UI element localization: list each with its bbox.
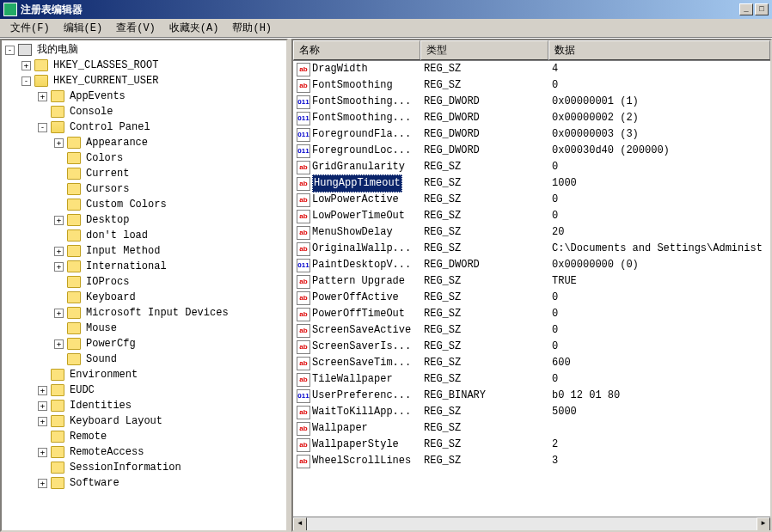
tree-node[interactable]: +Identities bbox=[3, 398, 285, 413]
titlebar[interactable]: 注册表编辑器 _ □ bbox=[0, 0, 772, 19]
expand-icon[interactable]: + bbox=[54, 309, 64, 318]
tree-node[interactable]: Sound bbox=[3, 352, 285, 367]
tree-node[interactable]: +AppEvents bbox=[3, 89, 285, 104]
value-row[interactable]: abGridGranularityREG_SZ0 bbox=[293, 159, 770, 175]
tree-node-label[interactable]: Desktop bbox=[84, 212, 131, 228]
expand-icon[interactable]: + bbox=[38, 479, 47, 488]
tree-node[interactable]: +Software bbox=[3, 475, 285, 491]
expand-icon[interactable]: + bbox=[38, 92, 47, 101]
value-row[interactable]: abTileWallpaperREG_SZ0 bbox=[293, 371, 770, 388]
value-row[interactable]: abScreenSaveTim...REG_SZ600 bbox=[293, 355, 770, 371]
tree-node[interactable]: Mouse bbox=[3, 321, 285, 336]
tree-node[interactable]: Keyboard bbox=[3, 290, 285, 305]
tree-node-label[interactable]: RemoteAccess bbox=[68, 444, 145, 460]
tree-node-label[interactable]: Remote bbox=[68, 429, 108, 444]
value-name[interactable]: ForegroundLoc... bbox=[312, 143, 411, 159]
tree-node-label[interactable]: Mouse bbox=[84, 321, 119, 336]
tree-node-label[interactable]: SessionInformation bbox=[68, 460, 183, 475]
value-name[interactable]: LowPowerTimeOut bbox=[312, 208, 405, 224]
scroll-left-button[interactable]: ◄ bbox=[293, 517, 307, 531]
tree-node[interactable]: Console bbox=[3, 104, 285, 119]
tree-node-label[interactable]: AppEvents bbox=[68, 89, 127, 104]
tree-panel[interactable]: -我的电脑+HKEY_CLASSES_ROOT-HKEY_CURRENT_USE… bbox=[0, 39, 288, 532]
value-name[interactable]: HungAppTimeout bbox=[312, 174, 402, 193]
tree-node-label[interactable]: HKEY_CLASSES_ROOT bbox=[52, 58, 160, 73]
value-row[interactable]: abOriginalWallp...REG_SZC:\Documents and… bbox=[293, 241, 770, 257]
tree-node[interactable]: -我的电脑 bbox=[3, 42, 285, 58]
tree-node[interactable]: Cursors bbox=[3, 181, 285, 197]
tree-node[interactable]: +HKEY_CLASSES_ROOT bbox=[3, 58, 285, 73]
collapse-icon[interactable]: - bbox=[21, 76, 31, 86]
value-name[interactable]: WallpaperStyle bbox=[312, 437, 399, 453]
tree-node-label[interactable]: Current bbox=[84, 166, 131, 181]
value-row[interactable]: abWallpaperREG_SZ bbox=[293, 420, 770, 437]
value-name[interactable]: FontSmoothing... bbox=[312, 110, 411, 126]
tree-node[interactable]: Colors bbox=[3, 150, 285, 166]
expand-icon[interactable]: + bbox=[38, 448, 47, 457]
value-name[interactable]: TileWallpaper bbox=[312, 371, 393, 388]
value-name[interactable]: FontSmoothing... bbox=[312, 94, 411, 110]
scroll-track[interactable] bbox=[307, 517, 757, 530]
expand-icon[interactable]: + bbox=[54, 339, 64, 349]
value-row[interactable]: abScreenSaveActiveREG_SZ0 bbox=[293, 322, 770, 339]
expand-icon[interactable]: + bbox=[54, 262, 64, 272]
menu-edit[interactable]: 编辑(E) bbox=[57, 19, 110, 37]
value-row[interactable]: abHungAppTimeoutREG_SZ1000 bbox=[293, 175, 770, 192]
column-header-type[interactable]: 类型 bbox=[420, 40, 548, 60]
tree-node-label[interactable]: IOProcs bbox=[84, 274, 131, 290]
tree-node[interactable]: IOProcs bbox=[3, 274, 285, 290]
value-row[interactable]: 011PaintDesktopV...REG_DWORD0x00000000 (… bbox=[293, 257, 770, 273]
tree-node[interactable]: don't load bbox=[3, 228, 285, 243]
value-row[interactable]: abDragWidthREG_SZ4 bbox=[293, 61, 770, 77]
expand-icon[interactable]: + bbox=[54, 247, 64, 256]
tree-node-label[interactable]: PowerCfg bbox=[84, 336, 138, 352]
menu-view[interactable]: 查看(V) bbox=[109, 19, 162, 37]
collapse-icon[interactable]: - bbox=[5, 46, 15, 55]
tree-node[interactable]: SessionInformation bbox=[3, 460, 285, 475]
tree-node[interactable]: +Input Method bbox=[3, 243, 285, 259]
value-name[interactable]: OriginalWallp... bbox=[312, 241, 411, 257]
menu-help[interactable]: 帮助(H) bbox=[225, 19, 279, 37]
tree-node-label[interactable]: Colors bbox=[84, 150, 125, 166]
value-row[interactable]: abFontSmoothingREG_SZ0 bbox=[293, 77, 770, 94]
tree-node[interactable]: +Appearance bbox=[3, 135, 285, 150]
tree-node-label[interactable]: 我的电脑 bbox=[35, 42, 80, 58]
maximize-button[interactable]: □ bbox=[755, 3, 769, 15]
value-row[interactable]: abPattern UpgradeREG_SZTRUE bbox=[293, 273, 770, 290]
value-row[interactable]: 011FontSmoothing...REG_DWORD0x00000002 (… bbox=[293, 110, 770, 126]
horizontal-scrollbar[interactable]: ◄ ► bbox=[293, 517, 770, 530]
value-row[interactable]: abLowPowerTimeOutREG_SZ0 bbox=[293, 208, 770, 224]
value-name[interactable]: Wallpaper bbox=[312, 420, 368, 437]
value-row[interactable]: abLowPowerActiveREG_SZ0 bbox=[293, 192, 770, 208]
value-name[interactable]: UserPreferenc... bbox=[312, 388, 411, 404]
value-row[interactable]: 011ForegroundFla...REG_DWORD0x00000003 (… bbox=[293, 126, 770, 143]
value-row[interactable]: abPowerOffActiveREG_SZ0 bbox=[293, 290, 770, 306]
value-name[interactable]: WaitToKillApp... bbox=[312, 404, 411, 420]
value-row[interactable]: abPowerOffTimeOutREG_SZ0 bbox=[293, 306, 770, 322]
column-header-data[interactable]: 数据 bbox=[548, 40, 770, 60]
minimize-button[interactable]: _ bbox=[739, 3, 753, 15]
value-name[interactable]: MenuShowDelay bbox=[312, 224, 393, 241]
tree-node-label[interactable]: HKEY_CURRENT_USER bbox=[52, 73, 160, 89]
tree-node-label[interactable]: EUDC bbox=[68, 382, 96, 398]
value-row[interactable]: 011ForegroundLoc...REG_DWORD0x00030d40 (… bbox=[293, 143, 770, 159]
tree-node[interactable]: +Microsoft Input Devices bbox=[3, 305, 285, 321]
menu-favorites[interactable]: 收藏夹(A) bbox=[162, 19, 226, 37]
value-row[interactable]: abMenuShowDelayREG_SZ20 bbox=[293, 224, 770, 241]
value-name[interactable]: PowerOffTimeOut bbox=[312, 306, 405, 322]
value-name[interactable]: LowPowerActive bbox=[312, 192, 399, 208]
value-name[interactable]: PaintDesktopV... bbox=[312, 257, 411, 273]
tree-node-label[interactable]: Custom Colors bbox=[84, 197, 168, 212]
tree-node-label[interactable]: Input Method bbox=[84, 243, 162, 259]
value-name[interactable]: DragWidth bbox=[312, 61, 368, 77]
tree-node[interactable]: -Control Panel bbox=[3, 119, 285, 135]
value-name[interactable]: ScreenSaveTim... bbox=[312, 355, 411, 371]
tree-node[interactable]: Custom Colors bbox=[3, 197, 285, 212]
tree-node-label[interactable]: don't load bbox=[84, 228, 150, 243]
tree-node-label[interactable]: Cursors bbox=[84, 181, 131, 197]
list-body[interactable]: abDragWidthREG_SZ4abFontSmoothingREG_SZ0… bbox=[293, 61, 770, 517]
value-name[interactable]: ScreenSaverIs... bbox=[312, 339, 411, 355]
tree-node[interactable]: Current bbox=[3, 166, 285, 181]
expand-icon[interactable]: + bbox=[38, 417, 47, 426]
expand-icon[interactable]: + bbox=[54, 138, 64, 148]
